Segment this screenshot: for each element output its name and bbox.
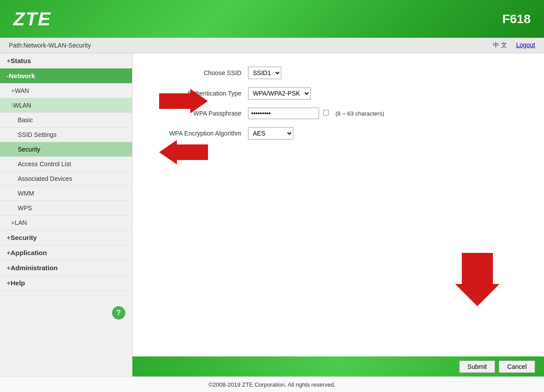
passphrase-label: WPA Passphrase (150, 110, 248, 117)
choose-ssid-label: Choose SSID (150, 69, 248, 76)
help-icon-container: ? (0, 300, 132, 326)
form-container: Choose SSID SSID1 SSID2 SSID3 SSID4 Auth… (132, 53, 544, 161)
sidebar-item-wps[interactable]: WPS (0, 201, 132, 216)
footer-text: ©2008-2019 ZTE Corporation. All rights r… (208, 381, 336, 388)
plus-icon: + (7, 264, 11, 272)
svg-marker-3 (455, 253, 500, 306)
choose-ssid-select[interactable]: SSID1 SSID2 SSID3 SSID4 (248, 67, 281, 79)
plus-icon: + (11, 87, 15, 94)
sidebar-item-lan[interactable]: +LAN (0, 216, 132, 230)
plus-icon: + (7, 279, 11, 287)
sidebar-item-wan[interactable]: +WAN (0, 84, 132, 98)
plus-icon: + (7, 234, 11, 241)
sidebar-item-associated[interactable]: Associated Devices (0, 172, 132, 186)
sidebar-item-help[interactable]: +Help (0, 276, 132, 291)
minus-icon: - (7, 72, 9, 80)
plus-icon: + (11, 219, 15, 226)
sidebar-item-security-top[interactable]: +Security (0, 230, 132, 245)
form-row-auth: Authentication Type WPA/WPA2-PSK WPA-PSK… (150, 87, 526, 100)
plus-icon: + (7, 57, 11, 64)
sidebar-item-acl[interactable]: Access Control List (0, 157, 132, 172)
down-arrow-annotation (455, 248, 500, 312)
auth-type-select[interactable]: WPA/WPA2-PSK WPA-PSK WPA2-PSK None (248, 87, 311, 100)
submit-button[interactable]: Submit (459, 360, 496, 373)
path-bar: Path:Network-WLAN-Security 中 文 Logout (0, 38, 544, 53)
path-actions: 中 文 Logout (493, 41, 535, 49)
logout-link[interactable]: Logout (516, 41, 535, 49)
minus-icon: - (11, 102, 13, 109)
language-switch[interactable]: 中 文 (493, 41, 507, 49)
sidebar-item-ssid-settings[interactable]: SSID Settings (0, 128, 132, 142)
sidebar-item-wmm[interactable]: WMM (0, 186, 132, 201)
form-row-encryption: WPA Encryption Algorithm AES TKIP AES+TK… (150, 127, 526, 140)
bottom-bar: Submit Cancel (132, 356, 544, 376)
model-number: F618 (502, 12, 531, 26)
zte-logo: ZTE (13, 8, 51, 30)
passphrase-control: (8 ~ 63 characters) (248, 108, 384, 119)
encryption-select[interactable]: AES TKIP AES+TKIP (248, 127, 293, 140)
header: ZTE F618 (0, 0, 544, 38)
show-passphrase-checkbox[interactable] (323, 110, 329, 116)
choose-ssid-control: SSID1 SSID2 SSID3 SSID4 (248, 67, 281, 79)
sidebar-item-basic[interactable]: Basic (0, 113, 132, 128)
passphrase-hint: (8 ~ 63 characters) (336, 110, 384, 117)
red-down-arrow-icon (455, 248, 500, 311)
form-row-passphrase: WPA Passphrase (8 ~ 63 characters) (150, 108, 526, 119)
sidebar-item-wlan[interactable]: -WLAN (0, 98, 132, 113)
form-row-ssid: Choose SSID SSID1 SSID2 SSID3 SSID4 (150, 67, 526, 79)
help-button[interactable]: ? (112, 306, 125, 320)
sidebar: ++StatusStatus -Network +WAN -WLAN Basic… (0, 53, 132, 376)
sidebar-item-application[interactable]: +Application (0, 245, 132, 260)
auth-type-control: WPA/WPA2-PSK WPA-PSK WPA2-PSK None (248, 87, 311, 100)
plus-icon: + (7, 249, 11, 256)
cancel-button[interactable]: Cancel (499, 360, 535, 373)
auth-type-label: Authentication Type (150, 90, 248, 97)
breadcrumb: Path:Network-WLAN-Security (9, 42, 91, 49)
encryption-control: AES TKIP AES+TKIP (248, 127, 293, 140)
sidebar-item-network[interactable]: -Network (0, 68, 132, 84)
passphrase-input[interactable] (248, 108, 319, 119)
sidebar-item-administration[interactable]: +Administration (0, 260, 132, 276)
encryption-label: WPA Encryption Algorithm (150, 130, 248, 137)
sidebar-item-security[interactable]: Security (0, 142, 132, 157)
sidebar-item-status[interactable]: ++StatusStatus (0, 53, 132, 68)
footer: ©2008-2019 ZTE Corporation. All rights r… (0, 376, 544, 392)
